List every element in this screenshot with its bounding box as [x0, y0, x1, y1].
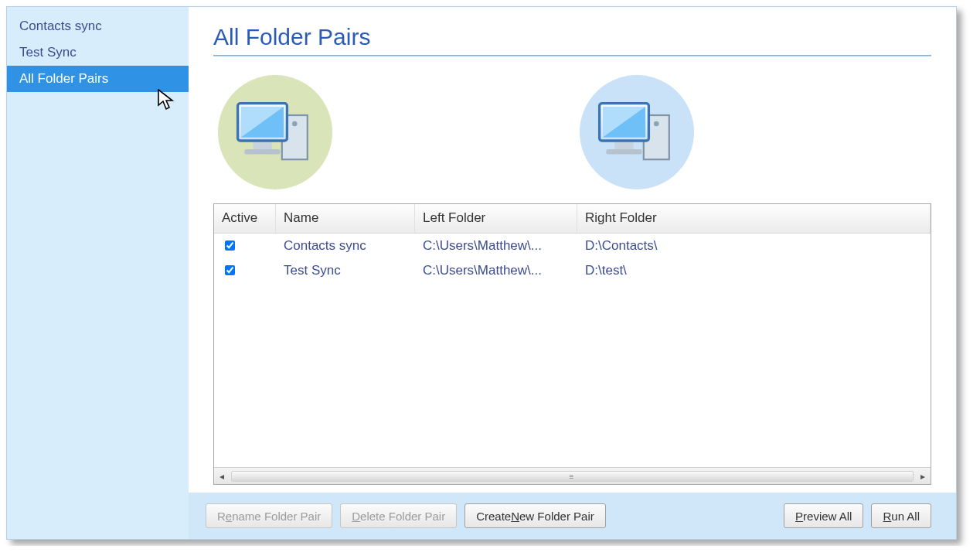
- svg-point-7: [654, 121, 659, 127]
- run-all-button[interactable]: Run All: [871, 503, 931, 528]
- row-name: Contacts sync: [276, 238, 415, 254]
- scroll-thumb[interactable]: ≡: [232, 472, 913, 481]
- svg-rect-4: [253, 142, 271, 149]
- rename-folder-pair-button[interactable]: Rename Folder Pair: [206, 503, 332, 528]
- main-panel: All Folder Pairs: [189, 7, 956, 493]
- table-row[interactable]: Contacts sync C:\Users\Matthew\... D:\Co…: [214, 234, 931, 258]
- row-active-checkbox[interactable]: [225, 265, 235, 275]
- grid-header: Active Name Left Folder Right Folder: [214, 204, 931, 234]
- button-bar: Rename Folder Pair Delete Folder Pair Cr…: [189, 493, 956, 539]
- table-row[interactable]: Test Sync C:\Users\Matthew\... D:\test\: [214, 258, 931, 283]
- sync-app-window: Contacts sync Test Sync All Folder Pairs…: [6, 6, 957, 540]
- row-left: C:\Users\Matthew\...: [415, 263, 577, 278]
- title-separator: [213, 55, 931, 56]
- sidebar-item-all-folder-pairs[interactable]: All Folder Pairs: [7, 66, 189, 92]
- folder-pairs-grid: Active Name Left Folder Right Folder Con…: [213, 203, 931, 485]
- sidebar-item-test-sync[interactable]: Test Sync: [7, 39, 189, 66]
- delete-folder-pair-button[interactable]: Delete Folder Pair: [340, 503, 457, 528]
- create-new-folder-pair-button[interactable]: Create New Folder Pair: [464, 503, 606, 528]
- computer-icons-row: [213, 75, 931, 189]
- row-name: Test Sync: [276, 263, 415, 278]
- column-header-left[interactable]: Left Folder: [415, 204, 577, 233]
- row-right: D:\test\: [577, 263, 931, 278]
- sidebar: Contacts sync Test Sync All Folder Pairs: [7, 7, 189, 539]
- grid-body: Contacts sync C:\Users\Matthew\... D:\Co…: [214, 234, 931, 467]
- preview-all-button[interactable]: Preview All: [784, 503, 863, 528]
- scroll-left-icon[interactable]: ◂: [214, 468, 230, 484]
- row-active-checkbox[interactable]: [225, 240, 235, 251]
- page-title: All Folder Pairs: [213, 24, 931, 50]
- computer-left-icon: [218, 75, 332, 189]
- svg-rect-10: [614, 142, 633, 149]
- computer-right-icon: [580, 75, 694, 189]
- svg-point-1: [292, 121, 298, 127]
- svg-rect-5: [244, 149, 280, 155]
- sidebar-item-contacts-sync[interactable]: Contacts sync: [7, 13, 189, 39]
- scroll-right-icon[interactable]: ▸: [915, 468, 931, 484]
- column-header-active[interactable]: Active: [214, 204, 276, 233]
- row-left: C:\Users\Matthew\...: [415, 238, 577, 254]
- column-header-name[interactable]: Name: [276, 204, 415, 233]
- horizontal-scrollbar[interactable]: ◂ ≡ ▸: [214, 467, 931, 484]
- column-header-right[interactable]: Right Folder: [577, 204, 931, 233]
- scroll-track[interactable]: ≡: [231, 471, 914, 482]
- svg-rect-11: [606, 149, 641, 155]
- scroll-grip-icon: ≡: [570, 472, 576, 480]
- row-right: D:\Contacts\: [577, 238, 931, 254]
